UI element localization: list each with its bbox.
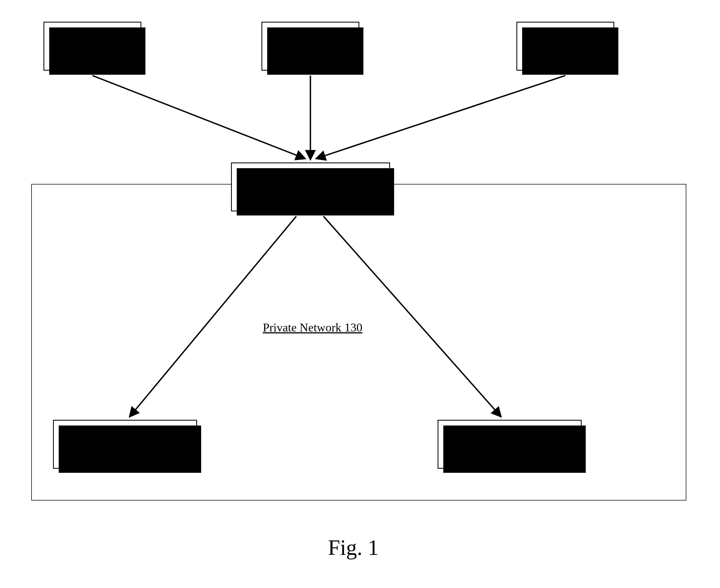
server-title: Private Service Server [456,430,563,444]
arrow-client100-to-router [92,76,304,158]
application-router-box: Application Router 140 [231,163,390,211]
arrow-client120-to-router [317,76,565,158]
private-network-label: Private Network 130 [253,321,372,335]
client-box-100: Client 100 [43,22,141,71]
client-box-120: Client 120 [516,22,614,71]
client-ref: 100 [83,47,101,61]
client-title: Client [78,32,107,46]
client-title: Client [551,32,580,46]
router-title: Application Router [265,172,356,186]
router-ref: 140 [302,188,320,201]
client-ref: 110 [302,47,319,61]
server-ref: 150 [116,445,134,459]
server-title: Private Service Server [71,430,178,444]
client-title: Client [296,32,325,46]
private-service-server-150: Private Service Server 150 [53,420,197,469]
figure-label: Fig. 1 [299,535,408,560]
client-box-110: Client 110 [262,22,359,71]
figure-canvas: Client 100 Client 110 Client 120 Applica… [0,0,720,588]
private-service-server-160: Private Service Server 160 [438,420,582,469]
server-ref: 160 [501,445,519,459]
client-ref: 120 [556,47,574,61]
